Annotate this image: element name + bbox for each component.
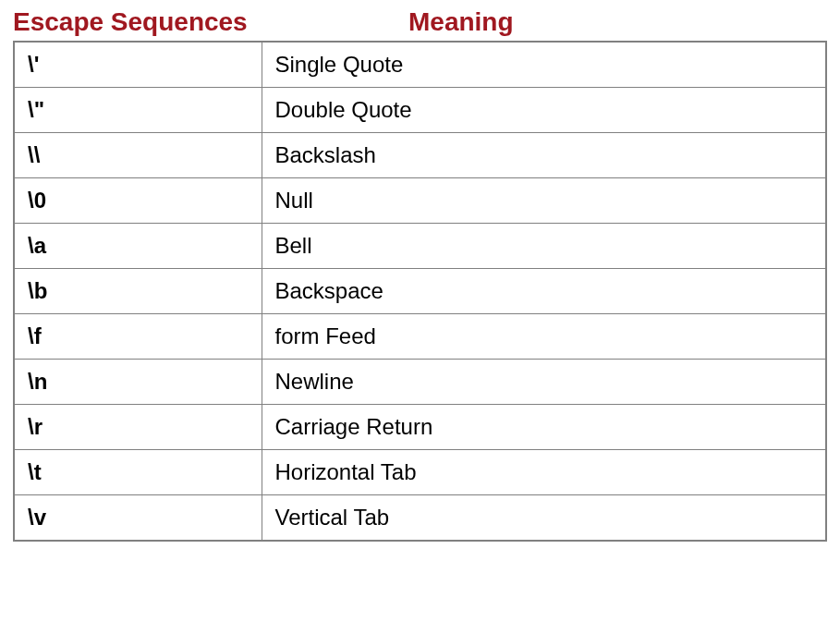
table-row: \n Newline (14, 360, 826, 405)
table-row: \\ Backslash (14, 133, 826, 178)
table-row: \' Single Quote (14, 42, 826, 88)
table-row: \f form Feed (14, 314, 826, 360)
cell-meaning: form Feed (262, 314, 826, 360)
cell-sequence: \t (14, 450, 262, 495)
cell-sequence: \b (14, 269, 262, 314)
cell-sequence: \f (14, 314, 262, 360)
cell-meaning: Newline (262, 360, 826, 405)
cell-meaning: Double Quote (262, 88, 826, 133)
table-row: \a Bell (14, 224, 826, 269)
header-meaning: Meaning (261, 7, 514, 37)
cell-sequence: \\ (14, 133, 262, 178)
table-row: \0 Null (14, 178, 826, 224)
cell-meaning: Backslash (262, 133, 826, 178)
cell-sequence: \a (14, 224, 262, 269)
table-row: \" Double Quote (14, 88, 826, 133)
cell-sequence: \n (14, 360, 262, 405)
header-row: Escape Sequences Meaning (13, 7, 827, 41)
cell-meaning: Bell (262, 224, 826, 269)
cell-sequence: \0 (14, 178, 262, 224)
cell-meaning: Backspace (262, 269, 826, 314)
cell-meaning: Single Quote (262, 42, 826, 88)
cell-sequence: \r (14, 405, 262, 450)
cell-meaning: Horizontal Tab (262, 450, 826, 495)
header-escape-sequences: Escape Sequences (13, 7, 261, 37)
cell-sequence: \' (14, 42, 262, 88)
cell-sequence: \v (14, 495, 262, 542)
escape-sequences-table: \' Single Quote \" Double Quote \\ Backs… (13, 41, 827, 542)
table-row: \r Carriage Return (14, 405, 826, 450)
cell-meaning: Null (262, 178, 826, 224)
cell-sequence: \" (14, 88, 262, 133)
cell-meaning: Vertical Tab (262, 495, 826, 542)
table-row: \v Vertical Tab (14, 495, 826, 542)
cell-meaning: Carriage Return (262, 405, 826, 450)
table-row: \b Backspace (14, 269, 826, 314)
table-row: \t Horizontal Tab (14, 450, 826, 495)
